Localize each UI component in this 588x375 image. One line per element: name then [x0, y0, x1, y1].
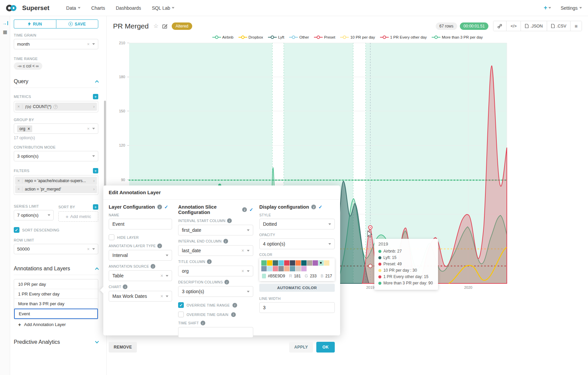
color-swatch[interactable] — [278, 266, 284, 271]
info-icon[interactable]: i — [157, 205, 162, 209]
filter-pill[interactable]: × action = 'pr_merged' › — [15, 185, 97, 193]
remove-icon[interactable]: × — [17, 178, 22, 183]
color-swatch[interactable] — [261, 266, 267, 271]
style-select[interactable]: Dotted — [259, 219, 335, 229]
rgb-g-value[interactable]: 233 — [310, 274, 317, 278]
info-icon[interactable]: i — [231, 312, 236, 317]
add-annotation-layer-button[interactable]: + Add Annotation Layer — [14, 319, 98, 330]
rgb-b-value[interactable]: 217 — [325, 274, 332, 278]
annotation-layer-item[interactable]: Event — [14, 309, 98, 319]
automatic-color-button[interactable]: AUTOMATIC COLOR — [259, 284, 335, 292]
color-swatch[interactable] — [273, 266, 278, 271]
override-time-range-checkbox[interactable]: ✓ — [178, 302, 184, 308]
remove-button[interactable]: REMOVE — [109, 342, 137, 353]
group-by-tag[interactable]: org× — [17, 125, 32, 132]
interval-start-select[interactable]: first_date — [178, 225, 253, 235]
chevron-right-icon[interactable]: › — [93, 178, 95, 183]
add-sort-metric-button[interactable]: + — [93, 204, 98, 210]
time-shift-input[interactable] — [178, 327, 253, 338]
chart-select[interactable]: Max Work Dates × — [109, 291, 172, 302]
color-swatch[interactable] — [278, 260, 284, 266]
remove-tag-icon[interactable]: × — [28, 126, 30, 131]
ok-button[interactable]: OK — [316, 342, 335, 353]
color-swatch[interactable] — [296, 260, 301, 266]
info-icon[interactable]: i — [207, 259, 212, 264]
contribution-mode-select[interactable]: 3 option(s) — [14, 151, 98, 161]
color-swatch[interactable] — [261, 260, 267, 266]
color-swatch[interactable] — [284, 266, 289, 271]
info-icon[interactable]: i — [223, 239, 228, 244]
color-swatch[interactable] — [313, 260, 318, 266]
chevron-right-icon[interactable]: › — [93, 104, 95, 109]
query-section-header[interactable]: Query — [14, 78, 98, 88]
color-swatch[interactable] — [307, 260, 312, 266]
add-metric-button[interactable]: + — [93, 94, 98, 99]
color-swatch[interactable] — [296, 266, 301, 271]
datasource-grid-icon[interactable]: ▦ — [0, 28, 10, 36]
info-icon[interactable]: i — [232, 303, 237, 308]
run-button[interactable]: RUN — [14, 19, 56, 29]
chevron-right-icon[interactable]: › — [93, 187, 95, 192]
annotation-layer-item[interactable]: 10 PR per day — [14, 279, 98, 289]
legend-item[interactable]: 10 PR per day — [340, 35, 375, 39]
sort-by-add-metric[interactable]: +Add metric — [58, 211, 98, 222]
legend-item[interactable]: Lyft — [268, 35, 284, 39]
save-button[interactable]: + SAVE — [56, 19, 99, 29]
nav-item-charts[interactable]: Charts — [91, 5, 105, 11]
info-icon[interactable]: i — [151, 264, 155, 269]
rgb-r-value[interactable]: 181 — [294, 274, 301, 278]
clear-icon[interactable]: × — [160, 273, 163, 278]
hide-layer-checkbox[interactable] — [109, 234, 114, 240]
clear-icon[interactable]: × — [160, 293, 163, 299]
title-column-select[interactable]: org × — [178, 266, 253, 276]
opacity-select[interactable]: 4 option(s) — [259, 238, 335, 249]
clear-icon[interactable]: × — [242, 248, 244, 253]
legend-item[interactable]: More than 3 PR per day — [432, 35, 483, 39]
legend-item[interactable]: Other — [289, 35, 309, 39]
color-swatch[interactable] — [290, 266, 295, 271]
nav-item-data[interactable]: Data — [66, 5, 81, 11]
superset-logo[interactable]: Superset — [6, 4, 49, 12]
annotation-layer-item[interactable]: More than 3 PR per day — [14, 299, 98, 309]
annotation-layer-item[interactable]: 1 PR Every other day — [14, 289, 98, 299]
predictive-section-header[interactable]: Predictive Analytics — [14, 339, 98, 348]
sort-descending-checkbox[interactable]: ✓ — [14, 227, 19, 233]
clear-icon[interactable]: × — [87, 126, 90, 131]
legend-item[interactable]: Dropbox — [238, 35, 263, 39]
row-limit-select[interactable]: 50000 × — [14, 244, 98, 254]
time-grain-select[interactable]: month × — [14, 39, 98, 49]
info-icon[interactable]: i — [227, 218, 232, 223]
interval-end-select[interactable]: last_date × — [178, 245, 253, 256]
annotation-source-select[interactable]: Table × — [109, 270, 172, 281]
new-item-button[interactable]: + — [544, 4, 551, 11]
collapse-panel-icon[interactable]: → — [0, 19, 10, 28]
info-icon[interactable]: i — [201, 321, 205, 325]
series-limit-select[interactable]: 7 option(s) — [14, 210, 54, 220]
color-swatch[interactable] — [273, 260, 278, 266]
info-icon[interactable]: i — [311, 205, 316, 209]
apply-button[interactable]: APPLY — [289, 342, 313, 353]
color-swatch[interactable] — [324, 260, 329, 266]
override-time-grain-checkbox[interactable] — [178, 312, 184, 317]
clear-icon[interactable]: × — [242, 268, 244, 274]
nav-item-dashboards[interactable]: Dashboards — [116, 5, 141, 11]
metric-pill[interactable]: × ƒ(x) COUNT(*) ? › — [15, 103, 97, 111]
description-columns-select[interactable]: 3 option(s) — [178, 286, 253, 297]
clear-icon[interactable]: × — [87, 247, 90, 252]
legend-item[interactable]: 1 PR Every other day — [380, 35, 427, 39]
legend-item[interactable]: Airbnb — [212, 35, 233, 39]
nav-item-sqllab[interactable]: SQL Lab — [152, 5, 175, 11]
legend-item[interactable]: Preset — [314, 35, 335, 39]
add-filter-button[interactable]: + — [93, 168, 98, 173]
filter-pill[interactable]: × repo = 'apache/incubator-supers... › — [15, 177, 97, 185]
remove-icon[interactable]: × — [17, 187, 22, 192]
info-icon[interactable]: i — [157, 244, 162, 248]
remove-icon[interactable]: × — [17, 104, 22, 109]
group-by-select[interactable]: org× × — [14, 123, 98, 134]
info-icon[interactable]: i — [242, 207, 247, 212]
clear-icon[interactable]: × — [87, 42, 90, 47]
hex-value[interactable]: #B5E9D9 — [268, 274, 285, 278]
color-swatch[interactable] — [318, 260, 324, 266]
annotations-section-header[interactable]: Annotations and Layers — [14, 266, 98, 275]
color-swatch[interactable] — [267, 260, 272, 266]
